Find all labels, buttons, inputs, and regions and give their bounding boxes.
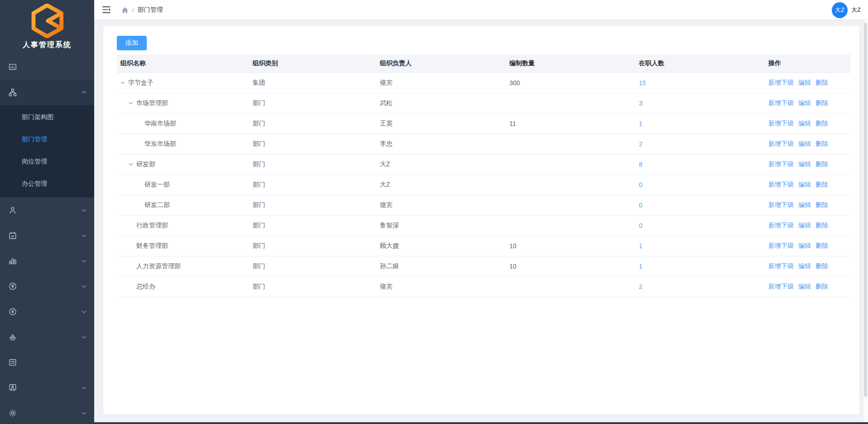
top-header: / 部门管理 大Z 大Z [94,0,868,20]
sidebar-item-personnel-structure[interactable] [0,80,94,105]
expand-caret-icon[interactable] [120,79,128,87]
edit-link[interactable]: 编辑 [798,181,811,188]
org-name-cell: 华南市场部 [117,113,249,134]
tree-indent [120,123,137,124]
sidebar-subitem-department-management[interactable]: 部门管理 [0,128,94,150]
headcount-link[interactable]: 1 [639,242,643,250]
headcount-link[interactable]: 1 [639,263,643,270]
expand-caret-icon[interactable] [129,161,136,168]
org-leader-cell: 骆宾 [376,195,506,215]
delete-link[interactable]: 删除 [815,99,828,106]
org-leader-cell: 骆宾 [376,72,506,93]
delete-link[interactable]: 删除 [815,120,828,127]
sidebar-item-budget-management[interactable] [0,299,94,324]
org-leader-cell: 顾大嫂 [376,236,506,256]
sidebar-item-home[interactable] [0,54,94,80]
actions-cell: 新增下级编辑删除 [765,276,850,297]
headcount-link[interactable]: 2 [639,140,643,148]
headcount-cell: 0 [635,195,765,215]
content-card: 添加 组织名称组织类别组织负责人编制数量在职人数操作 字节盒子集团骆宾30015… [103,26,859,414]
add-child-link[interactable]: 新增下级 [768,262,794,270]
add-child-link[interactable]: 新增下级 [768,242,794,249]
org-name-cell: 研发二部 [117,195,249,215]
headcount-link[interactable]: 1 [639,120,643,127]
quota-cell [506,154,635,174]
edit-link[interactable]: 编辑 [798,120,811,127]
edit-link[interactable]: 编辑 [798,242,811,249]
headcount-link[interactable]: 0 [639,222,643,229]
edit-link[interactable]: 编辑 [798,222,811,229]
headcount-link[interactable]: 0 [639,202,643,209]
edit-link[interactable]: 编辑 [798,283,811,290]
breadcrumb-separator: / [132,7,134,14]
org-leader-cell: 大Z [376,174,506,195]
sidebar-item-message-center[interactable] [0,350,94,375]
add-child-link[interactable]: 新增下级 [768,201,794,208]
headcount-link[interactable]: 3 [639,100,643,107]
add-child-link[interactable]: 新增下级 [768,283,794,290]
user-menu[interactable]: 大Z 大Z [832,0,861,20]
edit-link[interactable]: 编辑 [798,140,811,147]
add-child-link[interactable]: 新增下级 [768,181,794,188]
org-name: 研发一部 [144,181,170,188]
add-button[interactable]: 添加 [117,36,147,50]
delete-link[interactable]: 删除 [815,201,828,208]
sidebar-item-hr-management[interactable] [0,198,94,223]
sidebar-subitem-office-management[interactable]: 办公管理 [0,173,94,195]
add-child-link[interactable]: 新增下级 [768,160,794,168]
edit-link[interactable]: 编辑 [798,99,811,106]
add-child-link[interactable]: 新增下级 [768,120,794,127]
delete-link[interactable]: 删除 [815,181,828,188]
sidebar-item-system-management[interactable] [0,400,94,424]
org-name-cell: 市场管理部 [117,93,249,113]
sidebar-subitem-department-chart[interactable]: 部门架构图 [0,106,94,128]
add-child-link[interactable]: 新增下级 [768,222,794,229]
headcount-cell: 2 [635,134,765,154]
delete-link[interactable]: 删除 [815,283,828,290]
tree-indent [120,184,137,185]
sidebar-item-salary-management[interactable] [0,274,94,299]
headcount-cell: 0 [635,174,765,195]
quota-cell: 300 [506,72,635,93]
delete-link[interactable]: 删除 [815,242,828,249]
sidebar-item-performance-management[interactable] [0,248,94,274]
actions-cell: 新增下级编辑删除 [765,72,850,93]
edit-link[interactable]: 编辑 [798,201,811,208]
headcount-link[interactable]: 8 [639,161,643,168]
sidebar-subitem-position-management[interactable]: 岗位管理 [0,150,94,173]
headcount-link[interactable]: 15 [639,79,646,87]
page-scrollbar-thumb[interactable] [864,23,867,397]
actions-cell: 新增下级编辑删除 [765,236,850,256]
edit-link[interactable]: 编辑 [798,160,811,168]
sidebar-item-attendance-management[interactable] [0,223,94,248]
org-leader-cell: 王英 [376,113,506,134]
column-header: 编制数量 [506,54,635,72]
delete-link[interactable]: 删除 [815,262,828,270]
table-row: 字节盒子集团骆宾30015新增下级编辑删除 [117,72,850,93]
breadcrumb-current: 部门管理 [138,6,163,14]
home-icon[interactable] [121,7,129,14]
delete-link[interactable]: 删除 [815,79,828,86]
add-child-link[interactable]: 新增下级 [768,140,794,147]
logo-cube-icon [30,4,64,38]
headcount-link[interactable]: 2 [639,283,643,290]
org-name: 研发二部 [144,201,170,208]
headcount-link[interactable]: 0 [639,181,643,188]
chevron-down-icon [82,385,87,390]
chevron-down-icon [82,410,87,416]
delete-link[interactable]: 删除 [815,160,828,168]
add-child-link[interactable]: 新增下级 [768,79,794,86]
org-leader-cell: 鲁智深 [376,215,506,236]
expand-caret-icon[interactable] [129,100,136,107]
org-name: 字节盒子 [128,79,153,86]
org-name-cell: 行政管理部 [117,215,249,236]
delete-link[interactable]: 删除 [815,140,828,147]
org-name: 人力资源管理部 [136,262,181,270]
add-child-link[interactable]: 新增下级 [768,99,794,106]
edit-link[interactable]: 编辑 [798,262,811,270]
delete-link[interactable]: 删除 [815,222,828,229]
sidebar-fold-icon[interactable] [102,6,110,14]
edit-link[interactable]: 编辑 [798,79,811,86]
sidebar-item-approval-management[interactable] [0,324,94,350]
sidebar-item-recruitment-management[interactable] [0,375,94,400]
